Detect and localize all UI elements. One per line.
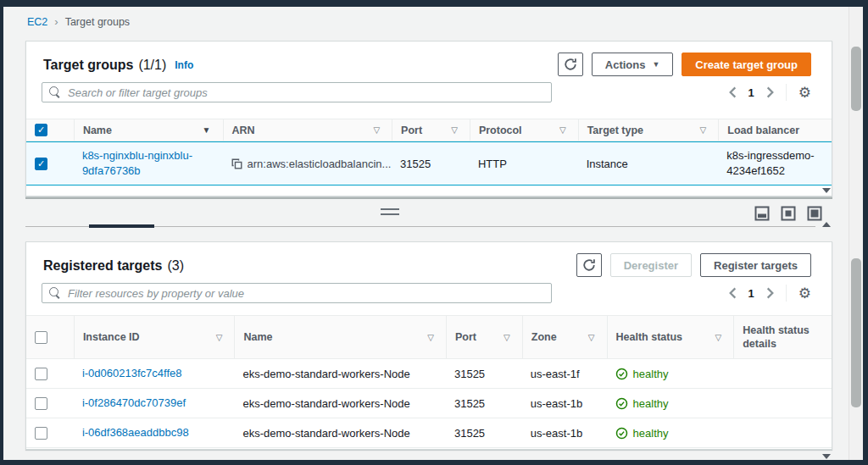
settings-gear-icon[interactable]: ⚙ (798, 86, 811, 100)
status-badge: healthy (615, 397, 669, 410)
column-header-name[interactable]: Name ▽ (234, 316, 445, 358)
table-row[interactable]: ✓ i-0d060213fc7c4ffe8 eks-demo-standard-… (26, 359, 832, 389)
load-balancer-cell: k8s-ingressdemo-4234ef1652 (718, 148, 832, 179)
actions-button[interactable]: Actions ▼ (592, 53, 674, 76)
select-all-checkbox[interactable]: ✓ (35, 331, 47, 344)
copy-icon[interactable] (231, 158, 242, 169)
panel-position-bottom-icon[interactable] (754, 206, 770, 221)
column-header-name[interactable]: Name ▼ (74, 119, 223, 141)
page-title: Target groups (43, 58, 133, 73)
chevron-down-icon: ▼ (652, 61, 659, 69)
column-header-instance-id[interactable]: Instance ID ▽ (74, 316, 235, 358)
zone-cell: us-east-1f (522, 368, 607, 380)
select-all-checkbox[interactable]: ✓ (35, 124, 47, 136)
arn-text: arn:aws:elasticloadbalancin... (248, 158, 392, 170)
sort-icon[interactable]: ▼ (203, 125, 211, 135)
sort-icon[interactable]: ▽ (504, 333, 510, 342)
filter-input[interactable] (42, 283, 552, 303)
sort-icon[interactable]: ▽ (373, 125, 380, 135)
status-badge: healthy (615, 427, 669, 440)
refresh-button[interactable] (558, 53, 583, 76)
vertical-scrollbar[interactable] (849, 7, 863, 460)
column-header-port[interactable]: Port ▽ (392, 119, 470, 141)
sort-icon[interactable]: ▽ (559, 125, 566, 135)
column-header-health-status-details[interactable]: Health status details (733, 316, 832, 358)
chevron-left-icon (729, 86, 737, 98)
active-tab-indicator[interactable] (89, 224, 154, 228)
row-checkbox-cell: ✓ (26, 397, 74, 410)
search-box (42, 82, 552, 102)
scroll-down-icon[interactable] (822, 188, 831, 193)
instance-id-link[interactable]: i-06df368aeaddbbc98 (82, 425, 189, 440)
instance-id-link[interactable]: i-0f286470dc70739ef (82, 396, 186, 411)
table-row[interactable]: ✓ i-06df368aeaddbbc98 eks-demo-standard-… (26, 418, 832, 448)
instance-id-link[interactable]: i-0d060213fc7c4ffe8 (82, 366, 182, 381)
registered-targets-table-header: ✓ Instance ID ▽ Name ▽ Port ▽ Zone ▽ (26, 315, 832, 359)
search-input[interactable] (42, 82, 552, 102)
vertical-scrollbar-thumb[interactable] (851, 258, 861, 407)
panel-position-full-icon[interactable] (807, 206, 822, 221)
registered-targets-title: Registered targets (43, 258, 163, 274)
breadcrumb-ec2-link[interactable]: EC2 (27, 16, 47, 28)
row-checkbox[interactable]: ✓ (35, 397, 47, 410)
previous-page-button[interactable] (729, 86, 737, 98)
instance-id-cell: i-0d060213fc7c4ffe8 (74, 366, 235, 381)
next-page-button[interactable] (766, 86, 774, 98)
table-row[interactable]: ✓ i-0f286470dc70739ef eks-demo-standard-… (26, 389, 832, 418)
column-header-port[interactable]: Port ▽ (446, 316, 522, 358)
port-cell: 31525 (446, 427, 522, 440)
row-checkbox[interactable]: ✓ (35, 158, 47, 170)
current-page: 1 (748, 287, 754, 300)
refresh-button[interactable] (576, 253, 602, 277)
target-groups-header: Target groups (1/1) Info (43, 53, 193, 77)
column-header-zone[interactable]: Zone ▽ (522, 316, 607, 358)
panel-position-center-icon[interactable] (781, 206, 796, 221)
sort-icon[interactable]: ▽ (216, 333, 223, 342)
create-target-group-button[interactable]: Create target group (682, 53, 811, 76)
target-group-name-link[interactable]: k8s-nginxblu-nginxblu-9dfa76736b (82, 148, 213, 179)
scroll-down-icon[interactable] (822, 454, 831, 459)
column-header-load-balancer[interactable]: Load balancer (718, 119, 832, 141)
table-row-selected[interactable]: ✓ k8s-nginxblu-nginxblu-9dfa76736b arn:a… (26, 141, 832, 185)
healthy-icon (615, 397, 628, 410)
row-checkbox[interactable]: ✓ (35, 368, 47, 380)
vertical-scrollbar-thumb[interactable] (851, 47, 861, 111)
split-panel-drag-handle[interactable] (381, 208, 399, 215)
health-status-cell: healthy (607, 397, 734, 410)
settings-gear-icon[interactable]: ⚙ (798, 286, 811, 301)
health-status-cell: healthy (607, 368, 734, 380)
register-targets-button[interactable]: Register targets (700, 253, 811, 277)
sort-icon[interactable]: ▽ (451, 125, 458, 135)
protocol-cell: HTTP (470, 158, 578, 170)
column-header-arn[interactable]: ARN ▽ (223, 119, 392, 141)
column-header-health-status[interactable]: Health status ▽ (607, 316, 734, 358)
previous-page-button[interactable] (729, 287, 737, 299)
sort-icon[interactable]: ▽ (427, 333, 434, 342)
column-header-protocol[interactable]: Protocol ▽ (470, 119, 578, 141)
filter-box (42, 283, 552, 303)
row-checkbox-cell: ✓ (26, 427, 74, 440)
next-page-button[interactable] (766, 287, 774, 299)
port-cell: 31525 (446, 397, 522, 410)
sort-icon[interactable]: ▽ (588, 333, 595, 342)
info-link[interactable]: Info (175, 59, 193, 71)
health-status-cell: healthy (607, 427, 734, 440)
sort-icon[interactable]: ▽ (700, 125, 707, 135)
target-type-cell: Instance (578, 158, 719, 170)
target-groups-table-header: ✓ Name ▼ ARN ▽ Port ▽ Protocol ▽ (26, 119, 832, 141)
header-checkbox-cell: ✓ (26, 119, 74, 141)
scroll-up-icon[interactable] (822, 222, 831, 227)
breadcrumb: EC2 › Target groups (27, 15, 130, 28)
zone-cell: us-east-1b (522, 427, 607, 440)
ec2-console-content: EC2 › Target groups Target groups (1/1) … (3, 7, 863, 460)
target-groups-count: (1/1) (138, 58, 166, 73)
registered-targets-toolbar: Deregister Register targets (576, 253, 811, 277)
app-window: EC2 › Target groups Target groups (1/1) … (0, 0, 868, 465)
panel-layout-buttons (754, 206, 822, 221)
deregister-button[interactable]: Deregister (610, 253, 692, 277)
sort-icon[interactable]: ▽ (715, 333, 722, 342)
target-groups-filter-row: 1 ⚙ (42, 82, 811, 102)
registered-targets-header: Registered targets (3) (43, 254, 184, 278)
column-header-target-type[interactable]: Target type ▽ (578, 119, 719, 141)
row-checkbox[interactable]: ✓ (35, 427, 47, 440)
